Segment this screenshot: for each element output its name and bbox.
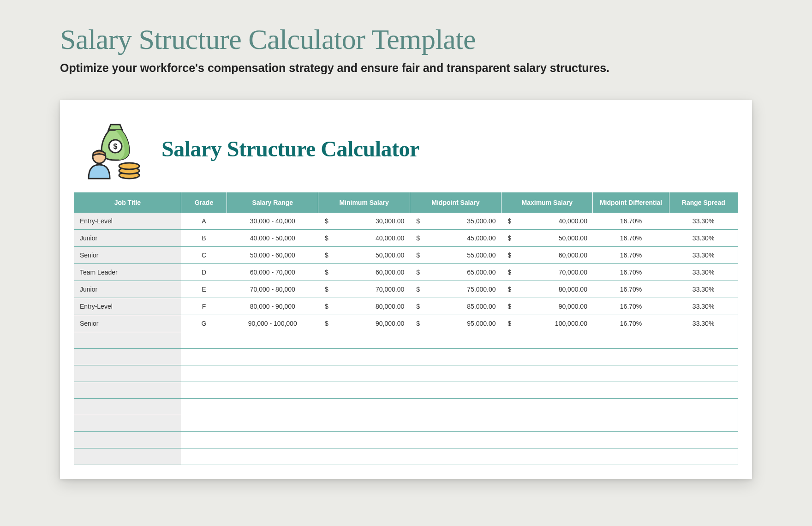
table-row-empty: [74, 382, 738, 399]
cell-empty: [593, 415, 669, 432]
cell-salary-range: 40,000 - 50,000: [227, 230, 318, 247]
cell-range-spread: 33.30%: [669, 264, 738, 281]
cell-empty: [318, 415, 410, 432]
col-header-maximum-salary: Maximum Salary: [502, 192, 593, 213]
cell-empty: [502, 432, 593, 448]
cell-salary-range: 50,000 - 60,000: [227, 247, 318, 264]
cell-midpoint-differential: 16.70%: [593, 315, 669, 332]
cell-empty: [181, 349, 227, 365]
cell-job-title: Team Leader: [74, 264, 181, 281]
cell-empty: [318, 365, 410, 382]
table-row: SeniorC50,000 - 60,000$50,000.00$55,000.…: [74, 247, 738, 264]
cell-empty: [227, 432, 318, 448]
salary-table: Job Title Grade Salary Range Minimum Sal…: [74, 192, 738, 465]
cell-empty: [410, 399, 501, 415]
money-bag-person-icon: $: [83, 116, 148, 181]
table-row-empty: [74, 432, 738, 448]
cell-empty: [410, 448, 501, 465]
table-row-empty: [74, 365, 738, 382]
cell-empty: [74, 415, 181, 432]
cell-range-spread: 33.30%: [669, 315, 738, 332]
cell-empty: [227, 448, 318, 465]
cell-empty: [502, 399, 593, 415]
cell-salary-range: 80,000 - 90,000: [227, 298, 318, 315]
card-title: Salary Structure Calculator: [161, 136, 419, 161]
cell-maximum-salary: $70,000.00: [502, 264, 593, 281]
page-title: Salary Structure Calculator Template: [60, 23, 752, 56]
cell-empty: [669, 448, 738, 465]
cell-empty: [181, 382, 227, 399]
cell-job-title: Entry-Level: [74, 298, 181, 315]
cell-minimum-salary: $70,000.00: [318, 281, 410, 298]
cell-empty: [502, 365, 593, 382]
cell-empty: [593, 432, 669, 448]
table-row: Team LeaderD60,000 - 70,000$60,000.00$65…: [74, 264, 738, 281]
cell-empty: [318, 399, 410, 415]
cell-salary-range: 30,000 - 40,000: [227, 213, 318, 230]
calculator-card: $ Salary Structure Calculator Job Title …: [60, 100, 752, 479]
cell-minimum-salary: $50,000.00: [318, 247, 410, 264]
table-header-row: Job Title Grade Salary Range Minimum Sal…: [74, 192, 738, 213]
cell-empty: [593, 332, 669, 349]
cell-empty: [669, 365, 738, 382]
cell-empty: [502, 382, 593, 399]
cell-empty: [181, 399, 227, 415]
cell-midpoint-differential: 16.70%: [593, 281, 669, 298]
cell-empty: [593, 399, 669, 415]
cell-empty: [593, 448, 669, 465]
cell-job-title: Senior: [74, 315, 181, 332]
salary-table-wrapper: Job Title Grade Salary Range Minimum Sal…: [74, 192, 738, 465]
cell-empty: [227, 415, 318, 432]
cell-empty: [74, 365, 181, 382]
cell-salary-range: 90,000 - 100,000: [227, 315, 318, 332]
cell-empty: [181, 448, 227, 465]
cell-empty: [669, 432, 738, 448]
cell-empty: [669, 332, 738, 349]
cell-range-spread: 33.30%: [669, 230, 738, 247]
cell-midpoint-differential: 16.70%: [593, 298, 669, 315]
cell-empty: [227, 365, 318, 382]
cell-empty: [410, 415, 501, 432]
cell-empty: [74, 349, 181, 365]
cell-minimum-salary: $90,000.00: [318, 315, 410, 332]
cell-midpoint-differential: 16.70%: [593, 230, 669, 247]
cell-grade: A: [181, 213, 227, 230]
cell-grade: G: [181, 315, 227, 332]
cell-empty: [410, 332, 501, 349]
cell-maximum-salary: $60,000.00: [502, 247, 593, 264]
cell-empty: [318, 332, 410, 349]
cell-midpoint-salary: $95,000.00: [410, 315, 501, 332]
cell-grade: F: [181, 298, 227, 315]
cell-empty: [181, 432, 227, 448]
col-header-salary-range: Salary Range: [227, 192, 318, 213]
cell-empty: [227, 332, 318, 349]
cell-empty: [227, 349, 318, 365]
cell-empty: [669, 382, 738, 399]
cell-maximum-salary: $80,000.00: [502, 281, 593, 298]
cell-empty: [74, 382, 181, 399]
col-header-midpoint-differential: Midpoint Differential: [593, 192, 669, 213]
cell-empty: [227, 399, 318, 415]
svg-point-5: [119, 163, 139, 169]
cell-midpoint-salary: $55,000.00: [410, 247, 501, 264]
table-row: Entry-LevelA30,000 - 40,000$30,000.00$35…: [74, 213, 738, 230]
cell-salary-range: 60,000 - 70,000: [227, 264, 318, 281]
cell-empty: [502, 332, 593, 349]
cell-minimum-salary: $30,000.00: [318, 213, 410, 230]
cell-maximum-salary: $100,000.00: [502, 315, 593, 332]
cell-empty: [318, 349, 410, 365]
cell-empty: [410, 349, 501, 365]
cell-minimum-salary: $40,000.00: [318, 230, 410, 247]
cell-range-spread: 33.30%: [669, 247, 738, 264]
table-row-empty: [74, 399, 738, 415]
cell-empty: [410, 382, 501, 399]
cell-empty: [593, 349, 669, 365]
cell-empty: [181, 332, 227, 349]
cell-empty: [410, 365, 501, 382]
cell-maximum-salary: $40,000.00: [502, 213, 593, 230]
col-header-minimum-salary: Minimum Salary: [318, 192, 410, 213]
cell-empty: [227, 382, 318, 399]
cell-empty: [669, 415, 738, 432]
cell-job-title: Senior: [74, 247, 181, 264]
table-row: JuniorB40,000 - 50,000$40,000.00$45,000.…: [74, 230, 738, 247]
